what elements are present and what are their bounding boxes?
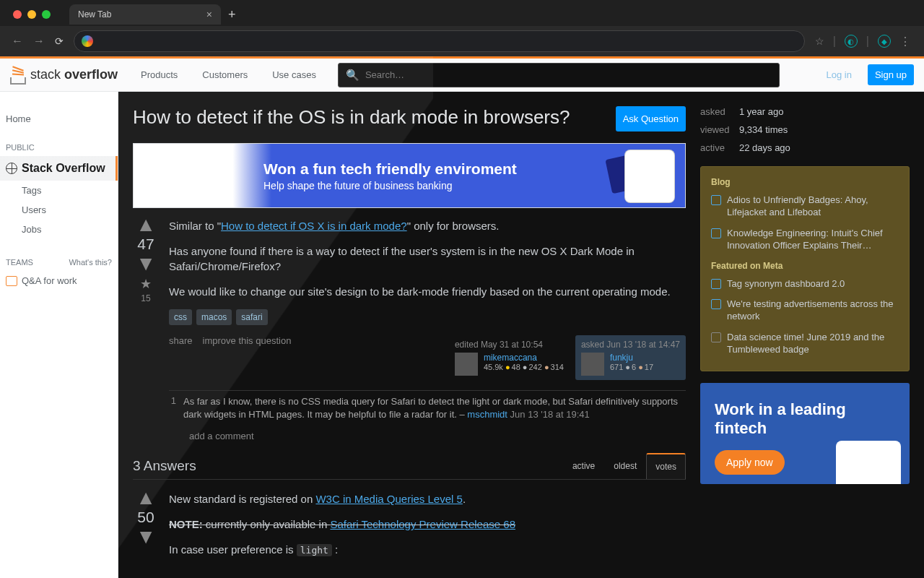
add-comment-link[interactable]: add a comment <box>169 425 686 453</box>
bookmark-icon[interactable]: ☆ <box>815 35 824 47</box>
reload-button[interactable]: ⟳ <box>55 35 64 47</box>
google-icon <box>82 35 93 47</box>
sort-active[interactable]: active <box>563 453 604 479</box>
comment-score: 1 <box>169 395 176 420</box>
upvote-button[interactable]: ▲ <box>133 218 159 231</box>
answer-body: New standard is registered on W3C in Med… <box>169 491 686 567</box>
comment-author[interactable]: mschmidt <box>467 409 507 420</box>
job-ad[interactable]: Work in a leading fintech Apply now <box>700 383 910 484</box>
asker-name[interactable]: funkju <box>610 353 653 363</box>
upvote-button[interactable]: ▲ <box>133 491 159 504</box>
maximize-window-button[interactable] <box>42 10 51 19</box>
ad-banner[interactable]: Won a fun tech friendly enviroment Help … <box>133 143 686 208</box>
vote-count: 47 <box>133 236 159 253</box>
signup-button[interactable]: Sign up <box>868 64 914 85</box>
stackoverflow-logo[interactable]: stack overflow <box>10 66 125 85</box>
whats-this-link[interactable]: What's this? <box>69 258 112 267</box>
profile-icon[interactable]: ◆ <box>878 35 891 48</box>
vote-column: ▲ 50 ▼ <box>133 491 159 567</box>
improve-link[interactable]: improve this question <box>203 335 292 346</box>
banner-sub: Help shape the future of business bankin… <box>263 180 517 191</box>
forward-button[interactable]: → <box>33 35 45 48</box>
banner-phone-image <box>624 150 675 203</box>
comment-body: As far as I know, there is no CSS media … <box>183 395 686 420</box>
address-bar: ← → ⟳ ☆ | ◐ | ◆ ⋮ <box>0 26 924 56</box>
favorite-button[interactable]: ★ <box>133 276 159 292</box>
stat-value: 22 days ago <box>739 142 790 153</box>
avatar <box>581 353 604 376</box>
nav-customers[interactable]: Customers <box>193 69 256 80</box>
sidebar-tags[interactable]: Tags <box>0 181 118 200</box>
sidebar-stackoverflow[interactable]: Stack Overflow <box>0 156 118 181</box>
downvote-button[interactable]: ▼ <box>133 257 159 270</box>
tag-css[interactable]: css <box>169 309 192 325</box>
meta-icon <box>711 332 721 342</box>
sidebar-item-label: Stack Overflow <box>22 162 105 175</box>
code-inline: light <box>297 544 332 556</box>
safari-release-link[interactable]: Safari Technology Preview Release 68 <box>330 518 515 530</box>
blog-item[interactable]: Adios to Unfriendly Badges: Ahoy, Lifeja… <box>711 194 899 219</box>
downvote-button[interactable]: ▼ <box>133 530 159 543</box>
url-input[interactable] <box>74 30 805 52</box>
asker-card: asked Jun 13 '18 at 14:47 funkju 671 6 1… <box>575 335 686 380</box>
tab-bar: New Tab × + <box>0 0 924 26</box>
avatar <box>455 353 478 376</box>
answers-count: 3 Answers <box>133 458 196 474</box>
browser-chrome: New Tab × + ← → ⟳ ☆ | ◐ | ◆ ⋮ <box>0 0 924 56</box>
ad-heading: Work in a leading fintech <box>715 400 895 439</box>
comment-date: Jun 13 '18 at 19:41 <box>510 409 590 420</box>
ask-time: asked Jun 13 '18 at 14:47 <box>581 340 680 350</box>
sidebar-qa-work[interactable]: Q&A for work <box>0 271 118 290</box>
tag-safari[interactable]: safari <box>236 309 267 325</box>
close-window-button[interactable] <box>13 10 22 19</box>
community-bulletin: Blog Adios to Unfriendly Badges: Ahoy, L… <box>700 166 910 371</box>
search-icon: 🔍 <box>346 69 359 82</box>
apply-button[interactable]: Apply now <box>715 450 785 475</box>
referenced-question-link[interactable]: How to detect if OS X is in dark mode? <box>221 220 407 232</box>
login-link[interactable]: Log in <box>817 69 860 80</box>
stat-value: 9,334 times <box>739 124 788 135</box>
stat-label: asked <box>700 106 739 117</box>
browser-tab[interactable]: New Tab × <box>69 4 221 25</box>
favorite-count: 15 <box>133 293 159 303</box>
menu-icon[interactable]: ⋮ <box>899 35 912 48</box>
sidebar-teams-label: TEAMS <box>6 258 33 267</box>
question-title: How to detect if the OS is in dark mode … <box>133 106 570 129</box>
search-box[interactable]: 🔍 <box>338 63 780 87</box>
nav-products[interactable]: Products <box>132 69 186 80</box>
w3c-link[interactable]: W3C in Media Queries Level 5 <box>315 493 462 505</box>
back-button[interactable]: ← <box>12 35 23 48</box>
meta-heading: Featured on Meta <box>711 261 899 271</box>
tags: css macos safari <box>169 309 686 325</box>
site-header: stack overflow Products Customers Use ca… <box>0 59 924 92</box>
globe-icon <box>6 163 17 174</box>
sort-votes[interactable]: votes <box>646 453 686 479</box>
minimize-window-button[interactable] <box>27 10 36 19</box>
extension-icon[interactable]: ◐ <box>845 35 858 48</box>
ask-question-button[interactable]: Ask Question <box>616 106 686 131</box>
sort-oldest[interactable]: oldest <box>604 453 646 479</box>
new-tab-button[interactable]: + <box>228 7 236 22</box>
tag-macos[interactable]: macos <box>196 309 232 325</box>
meta-item[interactable]: Tag synonym dashboard 2.0 <box>711 278 899 290</box>
search-input[interactable] <box>365 69 772 80</box>
divider: | <box>833 35 836 48</box>
sidebar-home[interactable]: Home <box>0 109 118 129</box>
logo-icon <box>10 66 27 85</box>
ad-phone-image <box>836 441 901 484</box>
sidebar-users[interactable]: Users <box>0 200 118 220</box>
sidebar-jobs[interactable]: Jobs <box>0 220 118 239</box>
sidebar-item-label: Q&A for work <box>22 275 77 286</box>
answers-header: 3 Answers active oldest votes <box>133 453 686 480</box>
traffic-lights <box>6 10 58 19</box>
blog-item[interactable]: Knowledge Engineering: Intuit's Chief In… <box>711 228 899 252</box>
share-link[interactable]: share <box>169 335 193 346</box>
meta-item[interactable]: Data science time! June 2019 and the Tum… <box>711 332 899 356</box>
left-sidebar: Home PUBLIC Stack Overflow Tags Users Jo… <box>0 92 118 578</box>
editor-name[interactable]: mikemaccana <box>484 353 564 363</box>
nav-usecases[interactable]: Use cases <box>263 69 325 80</box>
blog-heading: Blog <box>711 177 899 187</box>
close-tab-icon[interactable]: × <box>206 9 212 20</box>
briefcase-icon <box>6 276 17 286</box>
meta-item[interactable]: We're testing advertisements across the … <box>711 298 899 323</box>
